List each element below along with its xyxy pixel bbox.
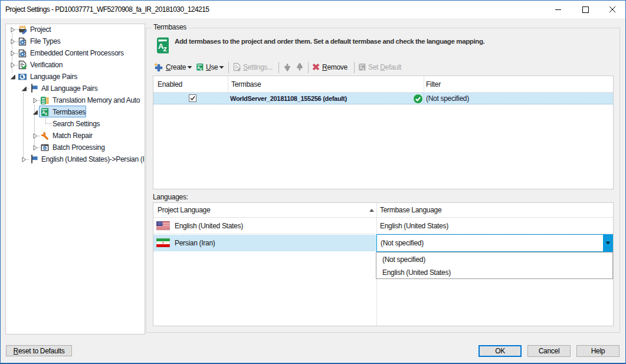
svg-text:z: z: [163, 44, 168, 53]
